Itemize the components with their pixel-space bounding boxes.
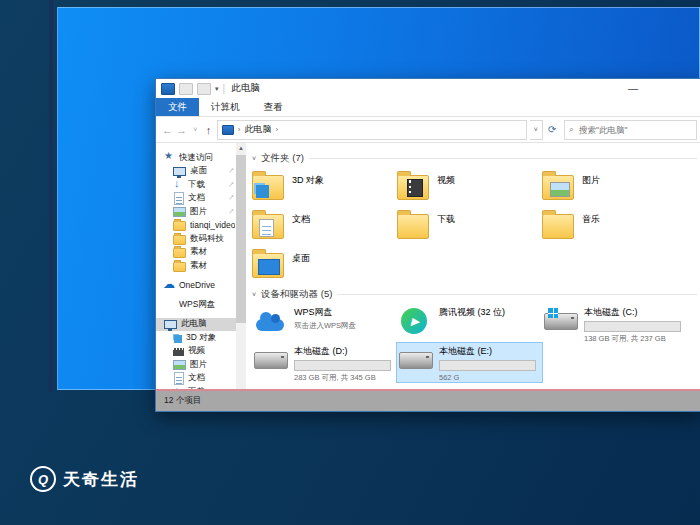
folder-icon (252, 170, 286, 200)
sidebar-item-label: 素材 (190, 260, 207, 272)
sidebar-item-label: 素材 (190, 246, 207, 258)
breadcrumb-root[interactable]: 此电脑 (244, 123, 271, 136)
device-size-text: 138 GB 可用, 共 237 GB (584, 334, 679, 344)
sidebar-item-icon (173, 360, 186, 370)
search-box[interactable]: ⌕ (564, 120, 697, 140)
sidebar-item-label: 数码科技 (190, 233, 224, 245)
folder-icon (397, 170, 431, 200)
pin-icon: ⊺ (227, 181, 235, 189)
folder-name: 下载 (437, 213, 455, 226)
ribbon-tab-label: 查看 (264, 101, 283, 114)
sidebar-item[interactable]: 下载 ⊺ (156, 178, 236, 192)
sidebar-item-icon (174, 335, 182, 343)
desktop-divider-line (49, 0, 53, 392)
folder-icon (252, 209, 286, 239)
scroll-up-icon[interactable]: ▲ (236, 145, 246, 151)
qat-customize-caret-icon[interactable]: ▾ (215, 85, 219, 93)
sidebar-scrollbar[interactable]: ▲ (236, 143, 246, 389)
sidebar-item[interactable]: 图片 ⊺ (156, 205, 236, 219)
ribbon-tab[interactable]: 计算机 (199, 98, 252, 116)
capacity-bar (294, 360, 391, 371)
folder-icon (542, 170, 576, 200)
sidebar-item[interactable]: 素材 (156, 259, 236, 273)
sidebar-item[interactable]: 数码科技 (156, 232, 236, 246)
device-icon (254, 345, 288, 375)
pin-icon: ⊺ (227, 167, 235, 175)
ribbon-tab[interactable]: 文件 (156, 98, 199, 116)
sidebar-item[interactable]: WPS网盘 (156, 298, 236, 312)
folder-icon (397, 209, 431, 239)
scrollbar-thumb[interactable] (236, 155, 246, 323)
folder-item[interactable]: 音乐 (542, 207, 687, 246)
qat-button-1[interactable] (179, 83, 193, 95)
refresh-icon[interactable]: ⟳ (546, 124, 559, 135)
folders-grid: 3D 对象 视频 图片 文档 下载 音乐 (252, 168, 700, 285)
group-rule (309, 158, 697, 159)
sidebar-item[interactable]: 图片 (156, 358, 236, 372)
breadcrumb[interactable]: › 此电脑 › (217, 120, 527, 140)
window-title: 此电脑 (231, 82, 260, 95)
folder-name: 3D 对象 (292, 174, 324, 187)
up-button[interactable]: ↑ (203, 124, 213, 136)
sidebar-item[interactable]: 快速访问 (156, 151, 236, 165)
folder-name: 视频 (437, 174, 455, 187)
collapse-chevron-icon[interactable]: ˅ (252, 291, 256, 298)
sidebar-item-icon (164, 299, 175, 310)
device-icon (399, 306, 433, 336)
sidebar-item[interactable]: 此电脑 (156, 318, 236, 332)
title-bar: ▾ | 此电脑 — (156, 79, 700, 98)
qat-button-2[interactable] (197, 83, 211, 95)
recent-locations-chevron[interactable]: ˅ (190, 126, 200, 133)
back-button[interactable]: ← (162, 124, 173, 136)
watermark: Q 天奇生活 (30, 466, 139, 492)
sidebar-item[interactable]: 视频 (156, 345, 236, 359)
sidebar-item[interactable]: 素材 (156, 246, 236, 260)
sidebar-item-label: OneDrive (179, 280, 215, 290)
folder-item[interactable]: 文档 (252, 207, 397, 246)
folder-item[interactable]: 3D 对象 (252, 168, 397, 207)
device-item[interactable]: 腾讯视频 (32 位) (397, 304, 542, 343)
group-title: 设备和驱动器 (5) (261, 288, 332, 301)
device-icon (254, 306, 288, 336)
pin-icon: ⊺ (227, 208, 235, 216)
minimize-button[interactable]: — (620, 83, 646, 94)
folder-name: 文档 (292, 213, 310, 226)
sidebar-item[interactable]: OneDrive (156, 279, 236, 293)
forward-button[interactable]: → (176, 124, 187, 136)
sidebar-item[interactable]: 文档 ⊺ (156, 192, 236, 206)
ribbon-tabs: 文件 计算机 查看 (156, 98, 700, 117)
device-item[interactable]: 本地磁盘 (E:) 562 G (397, 343, 542, 382)
folder-item[interactable]: 桌面 (252, 246, 397, 285)
sidebar-item[interactable]: 文档 (156, 372, 236, 386)
device-item[interactable]: 本地磁盘 (C:) 138 GB 可用, 共 237 GB (542, 304, 687, 343)
device-item[interactable]: 本地磁盘 (D:) 283 GB 可用, 共 345 GB (252, 343, 397, 382)
capacity-bar (584, 321, 681, 332)
sidebar-item-icon (164, 152, 175, 163)
watermark-text: 天奇生活 (63, 468, 139, 491)
group-header-folders[interactable]: ˅ 文件夹 (7) (252, 151, 700, 165)
group-rule (337, 294, 697, 295)
breadcrumb-separator-2[interactable]: › (275, 125, 278, 134)
window-body: 快速访问 桌面 ⊺ 下载 ⊺ 文档 ⊺ 图片 ⊺ tianqi_video (156, 143, 700, 389)
device-item[interactable]: WPS网盘 双击进入WPS网盘 (252, 304, 397, 343)
group-header-devices[interactable]: ˅ 设备和驱动器 (5) (252, 287, 700, 301)
sidebar-item[interactable]: 3D 对象 (156, 331, 236, 345)
ribbon-tab[interactable]: 查看 (252, 98, 295, 116)
folder-icon (542, 209, 576, 239)
device-icon (399, 345, 433, 375)
folder-item[interactable]: 图片 (542, 168, 687, 207)
collapse-chevron-icon[interactable]: ˅ (252, 155, 256, 162)
sidebar-item-label: 图片 (190, 359, 207, 371)
sidebar-item-label: WPS网盘 (179, 299, 215, 311)
device-name: 本地磁盘 (C:) (584, 306, 679, 319)
sidebar-item[interactable]: 桌面 ⊺ (156, 165, 236, 179)
sidebar-item[interactable]: tianqi_video (156, 219, 236, 233)
device-size-text: 283 GB 可用, 共 345 GB (294, 373, 389, 383)
search-input[interactable] (577, 124, 692, 136)
search-icon: ⌕ (569, 124, 574, 135)
folder-item[interactable]: 视频 (397, 168, 542, 207)
files-pane: ˅ 文件夹 (7) 3D 对象 视频 图片 文档 (246, 143, 700, 389)
address-dropdown-chevron-icon[interactable]: ˅ (530, 120, 543, 140)
folder-item[interactable]: 下载 (397, 207, 542, 246)
device-size-text: 562 G (439, 373, 534, 382)
